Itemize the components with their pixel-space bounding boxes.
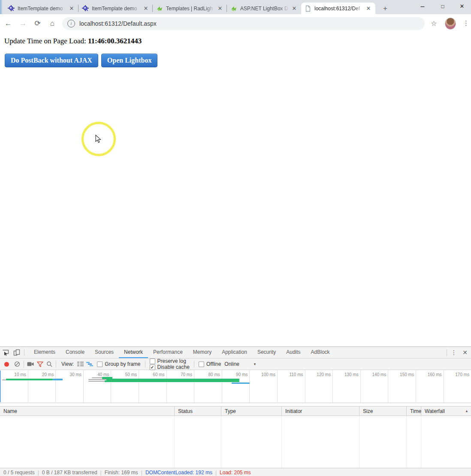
timeline-tick: 60 ms xyxy=(139,370,167,403)
devtools-tab-audits[interactable]: Audits xyxy=(281,347,305,358)
timeline-tick: 130 ms xyxy=(333,370,361,403)
devtools-tab-application[interactable]: Application xyxy=(217,347,252,358)
throttling-select[interactable]: Online xyxy=(224,361,239,367)
column-header-size[interactable]: Size xyxy=(359,407,407,416)
browser-menu-icon[interactable]: ⋮ xyxy=(461,18,471,29)
browser-tab-0[interactable]: ItemTemplate demo✕ xyxy=(4,3,78,14)
devtools-tab-elements[interactable]: Elements xyxy=(29,347,60,358)
back-icon[interactable]: ← xyxy=(2,17,15,30)
close-window-button[interactable]: ✕ xyxy=(452,0,471,14)
waterfall-bar-gray xyxy=(2,380,6,380)
column-header-type[interactable]: Type xyxy=(221,407,282,416)
statusbar-separator: | xyxy=(38,470,39,476)
network-overview[interactable]: 10 ms20 ms30 ms40 ms50 ms60 ms70 ms80 ms… xyxy=(0,370,471,403)
column-header-initiator[interactable]: Initiator xyxy=(282,407,359,416)
tab-close-icon[interactable]: ✕ xyxy=(142,5,149,12)
clear-icon[interactable] xyxy=(12,360,22,368)
postback-button[interactable]: Do PostBack without AJAX xyxy=(5,54,98,67)
statusbar-separator: | xyxy=(215,470,217,476)
request-rows-view-icon[interactable] xyxy=(75,360,85,368)
new-tab-button[interactable]: + xyxy=(380,3,390,14)
address-bar[interactable]: i localhost:61312/Default.aspx xyxy=(62,17,425,30)
checkbox-offline[interactable]: Offline xyxy=(199,361,221,367)
minimize-button[interactable]: – xyxy=(413,0,432,14)
url-text[interactable]: localhost:61312/Default.aspx xyxy=(79,20,157,27)
network-toolbar: View: Group by frame Preserve log✓Disabl… xyxy=(0,359,471,370)
column-header-waterfall[interactable]: Waterfall▲ xyxy=(421,407,471,416)
update-time-label: Update Time on Page Load: xyxy=(4,37,86,45)
requests-table-body[interactable] xyxy=(0,416,471,468)
telerik-green-icon xyxy=(156,5,163,12)
site-info-icon[interactable]: i xyxy=(67,20,75,27)
overview-view-icon[interactable] xyxy=(85,360,94,368)
browser-tab-4[interactable]: localhost:61312/Def✕ xyxy=(301,3,375,14)
browser-tab-1[interactable]: ItemTemplate demo✕ xyxy=(78,3,153,14)
view-label: View: xyxy=(61,361,74,367)
profile-avatar[interactable] xyxy=(445,18,456,30)
browser-tabs: ItemTemplate demo✕ItemTemplate demo✕Temp… xyxy=(4,3,375,14)
timeline-tick: 100 ms xyxy=(250,370,278,403)
browser-toolbar: ← → ⟳ ⌂ i localhost:61312/Default.aspx ☆… xyxy=(0,14,471,33)
tab-title: localhost:61312/Def xyxy=(314,6,363,12)
reload-icon[interactable]: ⟳ xyxy=(31,17,44,30)
tab-close-icon[interactable]: ✕ xyxy=(291,5,298,12)
checkbox-box[interactable] xyxy=(97,362,103,367)
tab-title: ItemTemplate demo xyxy=(92,6,141,12)
divider xyxy=(447,349,447,356)
checkbox-label: Group by frame xyxy=(105,361,140,367)
open-lightbox-button[interactable]: Open Lightbox xyxy=(101,54,158,67)
checkbox-label: Preserve log xyxy=(157,358,186,364)
column-header-status[interactable]: Status xyxy=(175,407,221,416)
device-toolbar-icon[interactable] xyxy=(11,347,22,358)
tab-close-icon[interactable]: ✕ xyxy=(365,5,372,12)
checkbox-box[interactable]: ✓ xyxy=(150,365,155,370)
column-header-name[interactable]: Name xyxy=(0,407,175,416)
checkbox-preserve-log[interactable]: Preserve log xyxy=(150,358,190,364)
tab-close-icon[interactable]: ✕ xyxy=(68,5,75,12)
tab-title: ASP.NET LightBox D xyxy=(240,6,289,12)
timeline-tick: 110 ms xyxy=(278,370,305,403)
timeline-tick: 20 ms xyxy=(28,370,56,403)
checkbox-group-by-frame[interactable]: Group by frame xyxy=(97,361,140,367)
checkbox-label: Offline xyxy=(206,361,221,367)
column-body-name xyxy=(0,416,175,468)
tab-close-icon[interactable]: ✕ xyxy=(217,5,223,12)
timeline-tick: 10 ms xyxy=(0,370,28,403)
browser-tab-2[interactable]: Templates | RadLigh✕ xyxy=(153,3,227,14)
filter-icon[interactable] xyxy=(35,360,45,368)
devtools-tab-sources[interactable]: Sources xyxy=(90,347,119,358)
column-header-time[interactable]: Time xyxy=(407,407,421,416)
devtools-tab-console[interactable]: Console xyxy=(60,347,90,358)
timeline-tick: 90 ms xyxy=(222,370,250,403)
overview-drag-handle[interactable] xyxy=(0,371,1,402)
waterfall-bar-green xyxy=(6,379,53,380)
waterfall-bar-blue xyxy=(53,379,63,380)
screenshot-capture-icon[interactable] xyxy=(26,360,35,368)
browser-tab-3[interactable]: ASP.NET LightBox D✕ xyxy=(227,3,301,14)
tab-strip: ItemTemplate demo✕ItemTemplate demo✕Temp… xyxy=(0,0,471,14)
checkbox-box[interactable] xyxy=(199,362,204,367)
devtools-tab-security[interactable]: Security xyxy=(252,347,281,358)
checkbox-disable-cache[interactable]: ✓Disable cache xyxy=(150,364,190,370)
timeline-tick: 40 ms xyxy=(84,370,112,403)
devtools-close-icon[interactable]: ✕ xyxy=(459,349,471,356)
devtools-tab-adblock[interactable]: AdBlock xyxy=(306,347,335,358)
devtools-menu-icon[interactable]: ⋮ xyxy=(449,349,459,356)
dropdown-arrow-icon[interactable]: ▼ xyxy=(253,362,257,366)
devtools-tab-network[interactable]: Network xyxy=(119,347,148,358)
bookmark-star-icon[interactable]: ☆ xyxy=(429,18,439,29)
maximize-button[interactable]: □ xyxy=(433,0,453,14)
home-icon[interactable]: ⌂ xyxy=(46,17,59,30)
devtools-tab-memory[interactable]: Memory xyxy=(188,347,217,358)
inspect-element-icon[interactable] xyxy=(0,347,11,358)
checkbox-box[interactable] xyxy=(150,359,155,364)
devtools-tab-performance[interactable]: Performance xyxy=(148,347,188,358)
gear-search-icon xyxy=(82,5,89,12)
update-time-value: 11:46:00.3621443 xyxy=(88,37,142,45)
forward-icon[interactable]: → xyxy=(16,17,29,30)
record-icon[interactable] xyxy=(4,362,9,367)
devtools-statusbar: 0 / 5 requests|0 B / 187 KB transferred|… xyxy=(0,468,471,476)
sort-arrow-icon[interactable]: ▲ xyxy=(465,409,468,413)
tab-title: ItemTemplate demo xyxy=(18,6,66,12)
search-icon[interactable] xyxy=(45,360,54,368)
